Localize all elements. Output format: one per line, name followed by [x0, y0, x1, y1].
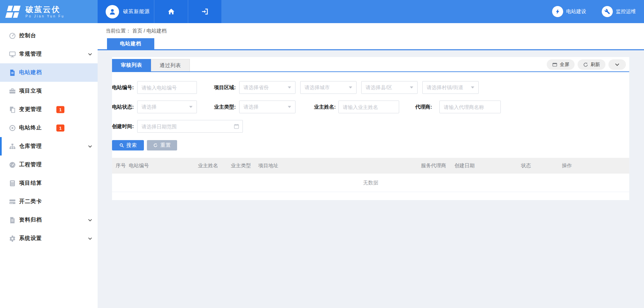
sidebar-item-label: 项目结算 [19, 180, 42, 187]
sidebar-item-station-termination[interactable]: 电站终止 1 [0, 119, 98, 137]
owner-type-select[interactable]: 请选择 [239, 101, 296, 113]
wrench-icon [602, 6, 613, 17]
record-icon [9, 124, 16, 132]
lightning-icon [552, 6, 563, 17]
nav-label: 监控运维 [616, 8, 636, 15]
column-header: 服务代理商 [421, 163, 454, 169]
home-button[interactable] [154, 0, 188, 23]
card-icon [9, 198, 16, 205]
breadcrumb-home[interactable]: 首页 [132, 28, 142, 34]
owner-name-label: 业主姓名: [296, 104, 336, 110]
sidebar-item-change-mgmt[interactable]: 变更管理 1 [0, 100, 98, 119]
sidebar-item-label: 系统设置 [19, 235, 42, 242]
nav-station-construction[interactable]: 电站建设 [552, 6, 586, 17]
sidebar-item-console[interactable]: 控制台 [0, 26, 98, 45]
sidebar-item-label: 开二类卡 [19, 198, 42, 205]
sidebar-item-label: 电站建档 [19, 69, 42, 76]
dashboard-icon [9, 32, 16, 40]
breadcrumb-current: 电站建档 [147, 28, 167, 34]
copy-icon [9, 106, 16, 113]
sidebar-item-label: 项目立项 [19, 87, 42, 95]
panel-head: 审核列表 通过列表 全屏 [112, 57, 629, 74]
region-label: 项目区域: [197, 84, 236, 91]
caret-icon [288, 86, 291, 88]
station-no-input[interactable] [137, 81, 197, 94]
sidebar-item-warehouse-mgmt[interactable]: 仓库管理 [0, 137, 98, 156]
column-header: 电站编号 [129, 163, 198, 169]
login-icon [201, 8, 209, 15]
caret-icon [471, 86, 474, 88]
owner-type-label: 业主类型: [197, 104, 236, 110]
sidebar-item-label: 资料归档 [19, 217, 42, 224]
table-empty-state: 无数据 [112, 174, 629, 192]
date-range-field [137, 120, 243, 133]
table-header: 序号 电站编号 业主姓名 业主类型 项目地址 服务代理商 创建日期 状态 操作 [112, 158, 629, 174]
station-status-select[interactable]: 请选择 [137, 101, 197, 113]
column-header: 状态 [521, 163, 562, 169]
sidebar-item-system-settings[interactable]: 系统设置 [0, 229, 98, 248]
monitor-icon [9, 51, 16, 58]
create-time-label: 创建时间: [112, 123, 134, 130]
gauge-icon [9, 161, 16, 169]
agent-input[interactable] [439, 101, 501, 113]
column-header: 创建日期 [454, 163, 521, 169]
sidebar-item-station-filing[interactable]: 电站建档 [0, 63, 98, 82]
caret-icon [410, 86, 413, 88]
search-form: 电站编号: 项目区域: 请选择省份 请选择城市 请选择县/区 [112, 74, 629, 150]
station-no-label: 电站编号: [112, 84, 134, 91]
refresh-icon [583, 62, 588, 67]
user-section[interactable]: 破茧新能源 [98, 0, 154, 23]
sidebar-item-project-settlement[interactable]: 项目结算 [0, 174, 98, 192]
refresh-button[interactable]: 刷新 [578, 59, 605, 70]
date-range-input[interactable] [137, 120, 243, 133]
province-select[interactable]: 请选择省份 [239, 81, 296, 94]
sidebar-item-label: 变更管理 [19, 106, 42, 113]
login-button[interactable] [188, 0, 221, 23]
reset-button[interactable]: 重置 [147, 140, 177, 150]
panel: 审核列表 通过列表 全屏 [112, 57, 629, 200]
nav-label: 电站建设 [566, 8, 586, 15]
sidebar-item-general-mgmt[interactable]: 常规管理 [0, 45, 98, 63]
caret-icon [349, 86, 352, 88]
nav-monitoring[interactable]: 监控运维 [602, 6, 636, 17]
calendar-icon[interactable] [233, 123, 239, 129]
county-select[interactable]: 请选择县/区 [361, 81, 418, 94]
search-icon [119, 143, 124, 148]
app-header: 破茧云伏 Po Jian Yun Fu 破茧新能源 [0, 0, 644, 23]
breadcrumb-prefix: 当前位置： [106, 28, 131, 34]
sitemap-icon [9, 143, 16, 150]
person-icon [108, 8, 116, 16]
breadcrumb-separator: / [144, 28, 146, 34]
sidebar-item-project-initiation[interactable]: 项目立项 [0, 82, 98, 100]
caret-icon [189, 106, 193, 108]
tab-passed-list[interactable]: 通过列表 [151, 59, 190, 71]
avatar[interactable] [106, 5, 119, 18]
sidebar-item-data-archive[interactable]: 资料归档 [0, 211, 98, 229]
chevron-down-icon [88, 52, 92, 56]
caret-icon [288, 106, 291, 108]
app-logo[interactable]: 破茧云伏 Po Jian Yun Fu [0, 0, 98, 23]
column-header: 业主姓名 [198, 163, 231, 169]
chevron-down-icon [88, 144, 92, 148]
calculator-icon [9, 180, 16, 187]
collapse-button[interactable] [608, 59, 626, 70]
archive-icon [9, 217, 16, 224]
sidebar-item-engineering-mgmt[interactable]: 工程管理 [0, 156, 98, 174]
reset-icon [153, 143, 158, 148]
search-button[interactable]: 搜索 [112, 140, 144, 150]
logo-subtitle: Po Jian Yun Fu [25, 14, 65, 18]
city-select[interactable]: 请选择城市 [300, 81, 357, 94]
fullscreen-button[interactable]: 全屏 [547, 59, 575, 70]
column-header: 项目地址 [258, 163, 421, 169]
content: 审核列表 通过列表 全屏 [98, 50, 644, 200]
sidebar-item-open-card[interactable]: 开二类卡 [0, 192, 98, 211]
tab-review-list[interactable]: 审核列表 [112, 59, 151, 71]
sidebar-item-label: 常规管理 [19, 51, 42, 58]
org-name: 破茧新能源 [123, 8, 150, 15]
owner-name-input[interactable] [338, 101, 399, 113]
village-select[interactable]: 请选择村镇/街道 [422, 81, 479, 94]
page-header-strip: 当前位置： 首页 / 电站建档 电站建档 [98, 23, 644, 50]
page-tab-station-filing[interactable]: 电站建档 [107, 38, 154, 49]
home-icon [167, 8, 175, 15]
window-icon [552, 62, 557, 67]
